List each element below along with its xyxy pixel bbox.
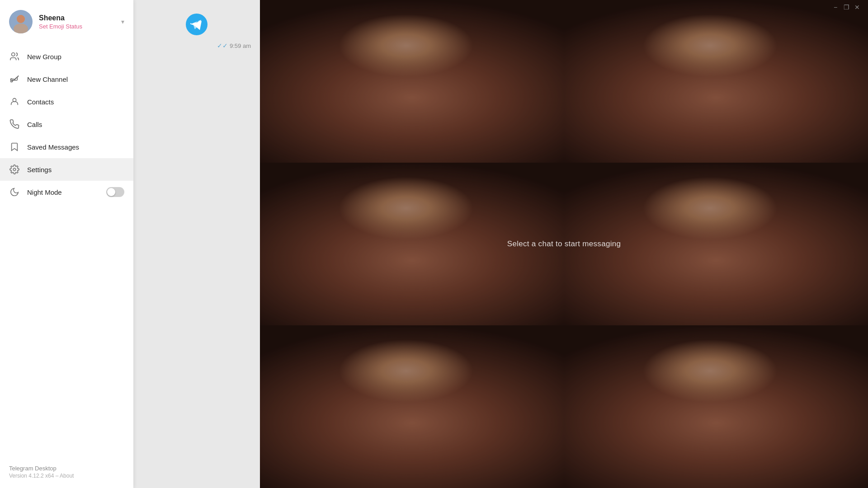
profile-name: Sheena: [39, 14, 115, 22]
sidebar-item-settings[interactable]: Settings: [0, 158, 133, 181]
close-button[interactable]: ✕: [854, 4, 861, 11]
chat-list-panel: ✓✓ 9:59 am: [133, 0, 260, 488]
svg-point-7: [13, 168, 16, 171]
main-panel: Select a chat to start messaging: [260, 0, 868, 488]
sidebar-item-contacts[interactable]: Contacts: [0, 90, 133, 113]
sidebar-footer: Telegram Desktop Version 4.12.2 x64 – Ab…: [0, 458, 133, 488]
svg-point-6: [13, 99, 16, 102]
maximize-button[interactable]: ❐: [843, 4, 850, 11]
sidebar-item-saved-messages[interactable]: Saved Messages: [0, 136, 133, 158]
channel-icon: [9, 74, 20, 84]
sidebar-item-night-mode[interactable]: Night Mode: [0, 181, 133, 203]
gear-icon: [9, 164, 20, 175]
toggle-knob: [107, 188, 115, 196]
calls-label: Calls: [27, 121, 124, 128]
app-name: Telegram Desktop: [9, 465, 124, 472]
chevron-down-icon: ▾: [121, 18, 124, 25]
phone-icon: [9, 119, 20, 130]
bookmark-icon: [9, 141, 20, 152]
svg-point-3: [17, 15, 25, 23]
new-group-label: New Group: [27, 53, 124, 61]
people-icon: [9, 51, 20, 62]
night-mode-label: Night Mode: [27, 188, 99, 196]
svg-point-4: [12, 53, 15, 56]
profile-section[interactable]: Sheena Set Emoji Status ▾: [0, 0, 133, 42]
sidebar-item-new-channel[interactable]: New Channel: [0, 68, 133, 90]
message-time-area: ✓✓ 9:59 am: [217, 42, 251, 50]
menu-list: New Group New Channel Cont: [0, 42, 133, 207]
sidebar-item-calls[interactable]: Calls: [0, 113, 133, 136]
person-icon: [9, 96, 20, 107]
double-check-icon: ✓✓: [217, 42, 228, 49]
version-text: Version 4.12.2 x64 – About: [9, 473, 124, 479]
contacts-label: Contacts: [27, 98, 124, 106]
new-channel-label: New Channel: [27, 75, 124, 83]
settings-label: Settings: [27, 166, 124, 174]
message-time: 9:59 am: [230, 42, 251, 49]
window-controls: − ❐ ✕: [832, 4, 861, 11]
saved-messages-label: Saved Messages: [27, 143, 124, 151]
select-chat-message: Select a chat to start messaging: [507, 239, 621, 249]
night-mode-toggle[interactable]: [106, 187, 124, 197]
minimize-button[interactable]: −: [832, 4, 839, 11]
moon-icon: [9, 187, 20, 197]
sidebar: Sheena Set Emoji Status ▾ New Group: [0, 0, 133, 488]
profile-info: Sheena Set Emoji Status: [39, 14, 115, 30]
sidebar-item-new-group[interactable]: New Group: [0, 45, 133, 68]
profile-status[interactable]: Set Emoji Status: [39, 23, 115, 30]
avatar: [9, 10, 33, 33]
telegram-logo: [186, 14, 208, 37]
